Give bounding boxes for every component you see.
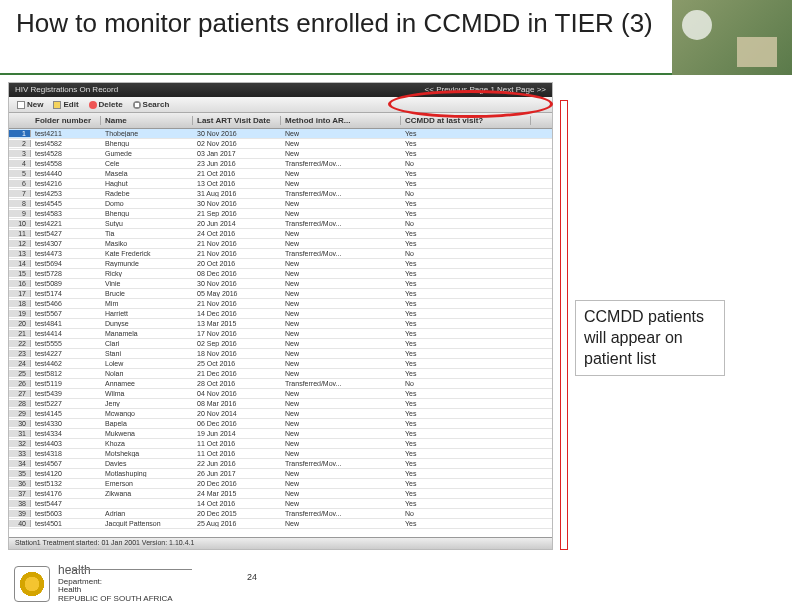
new-button[interactable]: New — [13, 99, 47, 110]
table-row[interactable]: 40test4501Jacquit Pattenson25 Aug 2016Ne… — [9, 519, 552, 529]
cell: Yes — [401, 420, 531, 427]
cell: 23 — [9, 350, 31, 357]
table-row[interactable]: 9test4583Bhengu21 Sep 2016NewYes — [9, 209, 552, 219]
table-row[interactable]: 13test4473Kate Frederick21 Nov 2016Trans… — [9, 249, 552, 259]
table-row[interactable]: 10test4221Sutyu20 Jun 2014Transferred/Mo… — [9, 219, 552, 229]
table-row[interactable]: 16test5089Vinie30 Nov 2016NewYes — [9, 279, 552, 289]
table-row[interactable]: 12test4307Masiko21 Nov 2016NewYes — [9, 239, 552, 249]
cell: 02 Sep 2016 — [193, 340, 281, 347]
table-row[interactable]: 32test4403Khoza11 Oct 2016NewYes — [9, 439, 552, 449]
cell: Yes — [401, 180, 531, 187]
cell: 21 Dec 2016 — [193, 370, 281, 377]
col-name[interactable]: Name — [101, 116, 193, 125]
header-photo — [672, 0, 792, 75]
cell: test4558 — [31, 160, 101, 167]
cell: New — [281, 350, 401, 357]
table-row[interactable]: 38test544714 Oct 2016NewYes — [9, 499, 552, 509]
table-row[interactable]: 39test5603Adrian20 Dec 2015Transferred/M… — [9, 509, 552, 519]
cell: New — [281, 280, 401, 287]
table-row[interactable]: 8test4545Domo30 Nov 2016NewYes — [9, 199, 552, 209]
cell: New — [281, 500, 401, 507]
cell: 20 Dec 2016 — [193, 480, 281, 487]
table-row[interactable]: 37test4176Zikwana24 Mar 2015NewYes — [9, 489, 552, 499]
cell: 7 — [9, 190, 31, 197]
cell: test4583 — [31, 210, 101, 217]
cell: 11 Oct 2016 — [193, 450, 281, 457]
table-body[interactable]: 1test4211Thobejane30 Nov 2016NewYes2test… — [9, 129, 552, 537]
cell: 25 Oct 2016 — [193, 360, 281, 367]
table-row[interactable]: 18test5466Mim21 Nov 2016NewYes — [9, 299, 552, 309]
col-method[interactable]: Method into AR... — [281, 116, 401, 125]
cell: 20 Oct 2016 — [193, 260, 281, 267]
cell: Stani — [101, 350, 193, 357]
cell: 03 Jan 2017 — [193, 150, 281, 157]
cell: test4567 — [31, 460, 101, 467]
col-folder[interactable]: Folder number — [31, 116, 101, 125]
cell: Motshekga — [101, 450, 193, 457]
table-row[interactable]: 7test4253Radebe31 Aug 2016Transferred/Mo… — [9, 189, 552, 199]
table-row[interactable]: 31test4334Mukwena19 Jun 2014NewYes — [9, 429, 552, 439]
table-row[interactable]: 20test4841Dunyse13 Mar 2015NewYes — [9, 319, 552, 329]
pager[interactable]: << Previous Page 1 Next Page >> — [425, 85, 546, 95]
cell: test4145 — [31, 410, 101, 417]
cell: 11 — [9, 230, 31, 237]
cell: 26 — [9, 380, 31, 387]
table-row[interactable]: 21test4414Manamela17 Nov 2016NewYes — [9, 329, 552, 339]
table-row[interactable]: 25test5812Nolan21 Dec 2016NewYes — [9, 369, 552, 379]
cell: 37 — [9, 490, 31, 497]
cell: 13 — [9, 250, 31, 257]
table-row[interactable]: 19test5567Harriett14 Dec 2016NewYes — [9, 309, 552, 319]
table-row[interactable]: 24test4462Lolew25 Oct 2016NewYes — [9, 359, 552, 369]
search-button[interactable]: Search — [129, 99, 174, 110]
cell: Yes — [401, 370, 531, 377]
cell: Motlashuping — [101, 470, 193, 477]
cell: test4582 — [31, 140, 101, 147]
cell: 34 — [9, 460, 31, 467]
table-row[interactable]: 14test5694Raymunde20 Oct 2016NewYes — [9, 259, 552, 269]
table-row[interactable]: 2test4582Bhengu02 Nov 2016NewYes — [9, 139, 552, 149]
table-row[interactable]: 15test5728Ricky08 Dec 2016NewYes — [9, 269, 552, 279]
table-row[interactable]: 29test4145Mcwango20 Nov 2014NewYes — [9, 409, 552, 419]
cell: 25 Aug 2016 — [193, 520, 281, 527]
cell: Haghut — [101, 180, 193, 187]
cell: test5089 — [31, 280, 101, 287]
cell: Yes — [401, 230, 531, 237]
cell: Yes — [401, 150, 531, 157]
table-row[interactable]: 5test4440Masela21 Oct 2016NewYes — [9, 169, 552, 179]
cell: 8 — [9, 200, 31, 207]
table-row[interactable]: 22test5555Clari02 Sep 2016NewYes — [9, 339, 552, 349]
table-row[interactable]: 35test4120Motlashuping26 Jun 2017NewYes — [9, 469, 552, 479]
cell: Yes — [401, 270, 531, 277]
delete-button[interactable]: Delete — [85, 99, 127, 110]
new-icon — [17, 101, 25, 109]
table-row[interactable]: 33test4318Motshekga11 Oct 2016NewYes — [9, 449, 552, 459]
edit-button[interactable]: Edit — [49, 99, 82, 110]
cell: 19 — [9, 310, 31, 317]
table-row[interactable]: 34test4567Davies22 Jun 2016Transferred/M… — [9, 459, 552, 469]
table-row[interactable]: 1test4211Thobejane30 Nov 2016NewYes — [9, 129, 552, 139]
cell: 20 — [9, 320, 31, 327]
table-row[interactable]: 23test4227Stani18 Nov 2016NewYes — [9, 349, 552, 359]
col-ccmdd[interactable]: CCMDD at last visit? — [401, 116, 531, 125]
table-row[interactable]: 26test5119Annamee28 Oct 2016Transferred/… — [9, 379, 552, 389]
cell: 08 Mar 2016 — [193, 400, 281, 407]
table-row[interactable]: 6test4216Haghut13 Oct 2016NewYes — [9, 179, 552, 189]
cell: Yes — [401, 350, 531, 357]
cell: New — [281, 410, 401, 417]
app-title: HIV Registrations On Record — [15, 85, 118, 95]
cell: 4 — [9, 160, 31, 167]
table-row[interactable]: 36test5132Emerson20 Dec 2016NewYes — [9, 479, 552, 489]
cell: New — [281, 240, 401, 247]
app-title-bar: HIV Registrations On Record << Previous … — [9, 83, 552, 97]
table-row[interactable]: 30test4330Bapela06 Dec 2016NewYes — [9, 419, 552, 429]
table-row[interactable]: 11test5427Tia24 Oct 2016NewYes — [9, 229, 552, 239]
table-row[interactable]: 17test5174Brucie05 May 2016NewYes — [9, 289, 552, 299]
table-row[interactable]: 28test5227Jeny08 Mar 2016NewYes — [9, 399, 552, 409]
table-row[interactable]: 4test4558Cele23 Jun 2016Transferred/Mov.… — [9, 159, 552, 169]
cell: No — [401, 220, 531, 227]
table-row[interactable]: 3test4528Gumede03 Jan 2017NewYes — [9, 149, 552, 159]
cell: Yes — [401, 140, 531, 147]
table-row[interactable]: 27test5439Wilma04 Nov 2016NewYes — [9, 389, 552, 399]
col-date[interactable]: Last ART Visit Date — [193, 116, 281, 125]
cell: test4227 — [31, 350, 101, 357]
